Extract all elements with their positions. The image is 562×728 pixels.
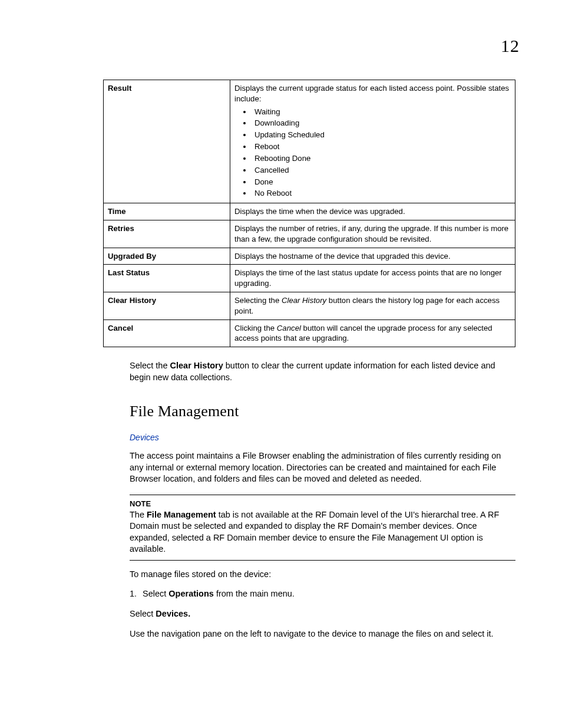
row-desc: Displays the time of the last status upd… — [230, 265, 515, 292]
step-1: 1.Select Operations from the main menu. — [130, 588, 515, 600]
state-item: Updating Scheduled — [252, 130, 511, 140]
note-body: The File Management tab is not available… — [130, 509, 515, 555]
page-content: Result Displays the current upgrade stat… — [103, 80, 515, 640]
devices-link[interactable]: Devices — [130, 432, 515, 443]
row-label: Cancel — [104, 319, 230, 347]
state-item: Cancelled — [252, 165, 511, 176]
table-row: Last Status Displays the time of the las… — [104, 265, 515, 292]
table-row: Retries Displays the number of retries, … — [104, 220, 515, 248]
desc-intro: Displays the current upgrade status for … — [234, 84, 509, 103]
nav-para: Use the navigation pane on the left to n… — [130, 628, 515, 640]
step-number: 1. — [130, 588, 143, 600]
note-block: NOTE The File Management tab is not avai… — [130, 495, 515, 561]
section-heading: File Management — [130, 401, 515, 421]
states-list: Waiting Downloading Updating Scheduled R… — [252, 107, 511, 199]
row-desc: Displays the number of retries, if any, … — [230, 220, 515, 248]
desc-em: Clear History — [282, 296, 326, 305]
row-desc: Displays the current upgrade status for … — [230, 80, 515, 203]
note-pre: The — [130, 510, 147, 519]
note-label: NOTE — [130, 499, 515, 509]
definition-table: Result Displays the current upgrade stat… — [103, 80, 515, 347]
state-item: Waiting — [252, 107, 511, 117]
text-bold: Clear History — [170, 361, 223, 370]
row-desc: Clicking the Cancel button will cancel t… — [230, 319, 515, 347]
row-label: Retries — [104, 220, 230, 248]
page-number: 12 — [501, 34, 520, 58]
step-bold: Operations — [168, 589, 214, 598]
table-row: Result Displays the current upgrade stat… — [104, 80, 515, 203]
row-label: Last Status — [104, 265, 230, 292]
table-row: Upgraded By Displays the hostname of the… — [104, 248, 515, 265]
after-table-para: Select the Clear History button to clear… — [130, 360, 515, 383]
table-row: Cancel Clicking the Cancel button will c… — [104, 319, 515, 347]
sd-bold: Devices. — [156, 609, 190, 618]
desc-pre: Selecting the — [234, 296, 282, 305]
state-item: Done — [252, 177, 511, 187]
row-label: Upgraded By — [104, 248, 230, 265]
row-desc: Displays the hostname of the device that… — [230, 248, 515, 265]
row-desc: Displays the time when the device was up… — [230, 203, 515, 220]
row-desc: Selecting the Clear History button clear… — [230, 292, 515, 320]
table-row: Clear History Selecting the Clear Histor… — [104, 292, 515, 320]
state-item: No Reboot — [252, 188, 511, 199]
row-label: Clear History — [104, 292, 230, 320]
row-label: Result — [104, 80, 230, 203]
table-row: Time Displays the time when the device w… — [104, 203, 515, 220]
step-pre: Select — [143, 589, 168, 598]
note-bold: File Management — [147, 510, 216, 519]
text-pre: Select the — [130, 361, 170, 370]
state-item: Rebooting Done — [252, 153, 511, 164]
step-post: from the main menu. — [214, 589, 295, 598]
state-item: Downloading — [252, 118, 511, 129]
sd-pre: Select — [130, 609, 156, 618]
fm-intro-para: The access point maintains a File Browse… — [130, 450, 515, 485]
state-item: Reboot — [252, 141, 511, 152]
row-label: Time — [104, 203, 230, 220]
manage-intro: To manage files stored on the device: — [130, 569, 515, 581]
select-devices: Select Devices. — [130, 608, 515, 620]
desc-em: Cancel — [277, 324, 301, 332]
desc-pre: Clicking the — [234, 324, 277, 332]
